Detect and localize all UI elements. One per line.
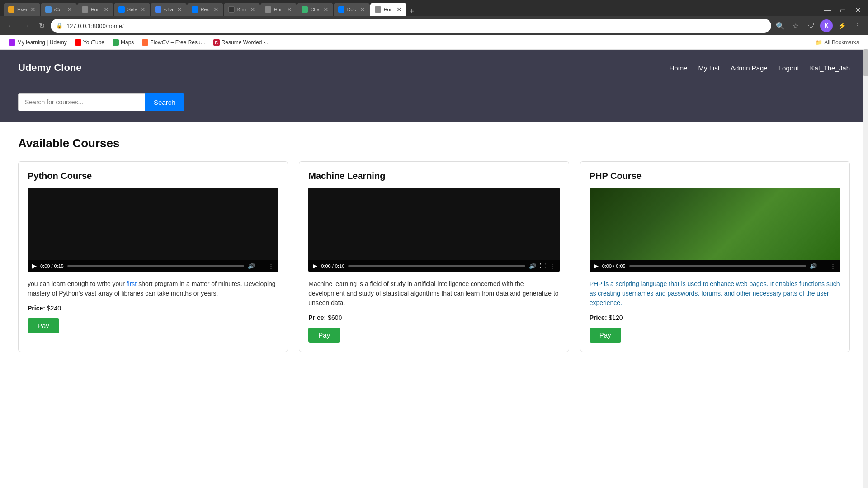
tab-7[interactable]: Kiru ✕ [224,3,260,16]
video-progress-php[interactable] [629,265,806,267]
course-desc-link-python[interactable]: first [127,280,137,287]
tab-favicon-3 [82,6,88,13]
video-controls-php[interactable]: ▶ 0:00 / 0:05 🔊 ⛶ ⋮ [590,260,840,272]
fullscreen-icon-python[interactable]: ⛶ [259,263,264,269]
tab-title-4: Sele [127,7,137,12]
options-icon-php[interactable]: ⋮ [830,263,836,269]
bookmark-favicon-flowcv [142,39,148,46]
tab-close-3[interactable]: ✕ [104,6,109,13]
tab-favicon-11 [375,6,381,13]
options-icon-python[interactable]: ⋮ [268,263,274,269]
volume-icon-php[interactable]: 🔊 [810,263,817,269]
bookmark-maps[interactable]: Maps [109,38,137,47]
forward-button[interactable]: → [20,19,33,32]
scrollbar-thumb[interactable] [863,49,868,76]
tab-9[interactable]: Cha ✕ [297,3,333,16]
tab-favicon-1 [8,6,14,13]
pay-button-ml[interactable]: Pay [308,328,340,343]
app-logo: Udemy Clone [18,62,82,74]
nav-logout[interactable]: Logout [778,64,799,72]
tab-title-6: Rec [201,7,211,12]
scrollbar-track[interactable] [863,49,868,366]
play-icon-python[interactable]: ▶ [32,263,37,269]
tab-close-7[interactable]: ✕ [250,6,255,13]
options-icon-ml[interactable]: ⋮ [549,263,555,269]
tab-4[interactable]: Sele ✕ [114,3,150,16]
search-page-icon[interactable]: 🔍 [774,19,787,32]
bookmark-resume[interactable]: R Resume Worded -... [210,38,274,47]
reload-button[interactable]: ↻ [35,19,48,32]
bookmark-flowcv[interactable]: FlowCV – Free Resu... [138,38,208,47]
course-description-python: you can learn enough to write your first… [28,279,278,298]
tab-close-8[interactable]: ✕ [287,6,292,13]
bookmark-udemy[interactable]: My learning | Udemy [5,38,71,47]
new-tab-button[interactable]: + [407,7,417,16]
video-progress-python[interactable] [67,265,244,267]
bookmark-icon[interactable]: ☆ [789,19,802,32]
back-button[interactable]: ← [5,19,17,32]
tab-3[interactable]: Hor ✕ [77,3,113,16]
bookmark-label-maps: Maps [121,39,134,46]
video-controls-python[interactable]: ▶ 0:00 / 0:15 🔊 ⛶ ⋮ [28,260,278,272]
tab-8[interactable]: Hor ✕ [260,3,297,16]
tab-5[interactable]: wha ✕ [151,3,187,16]
tab-title-7: Kiru [237,7,247,12]
tab-favicon-9 [302,6,308,13]
course-title-python: Python Course [28,171,278,181]
bookmark-favicon-resume: R [213,39,220,46]
tab-favicon-5 [155,6,161,13]
tab-10[interactable]: Doc ✕ [334,3,370,16]
fullscreen-icon-php[interactable]: ⛶ [821,263,826,269]
tab-close-2[interactable]: ✕ [67,6,72,13]
courses-grid: Python Course ▶ 0:00 / 0:15 🔊 ⛶ ⋮ you ca… [18,161,850,352]
tab-title-1: Exer [17,7,28,12]
browser-address-row: ← → ↻ 🔒 127.0.0.1:8000/home/ 🔍 ☆ 🛡 K ⚡ ⋮ [0,16,868,35]
tab-title-10: Doc [347,7,357,12]
tab-close-1[interactable]: ✕ [30,6,36,13]
extensions-icon[interactable]: ⚡ [835,19,848,32]
address-bar[interactable]: 🔒 127.0.0.1:8000/home/ [51,19,771,33]
nav-username[interactable]: Kal_The_Jah [810,64,850,72]
tab-favicon-2 [45,6,52,13]
tab-close-6[interactable]: ✕ [213,6,219,13]
volume-icon-python[interactable]: 🔊 [248,263,255,269]
search-input[interactable] [18,93,145,111]
course-card-python: Python Course ▶ 0:00 / 0:15 🔊 ⛶ ⋮ you ca… [18,161,288,352]
nav-home[interactable]: Home [669,64,687,72]
tab-close-11[interactable]: ✕ [396,6,402,13]
nav-admin-page[interactable]: Admin Page [731,64,768,72]
video-controls-ml[interactable]: ▶ 0:00 / 0:10 🔊 ⛶ ⋮ [308,260,559,272]
bookmark-label-flowcv: FlowCV – Free Resu... [150,39,205,46]
profile-icon[interactable]: K [820,19,833,32]
search-button[interactable]: Search [145,93,184,111]
bookmark-favicon-youtube [75,39,81,46]
minimize-button[interactable]: — [820,6,835,14]
close-button[interactable]: ✕ [851,6,864,14]
course-title-ml: Machine Learning [308,171,559,181]
pay-button-php[interactable]: Pay [590,328,621,343]
tab-close-10[interactable]: ✕ [360,6,365,13]
bookmark-youtube[interactable]: YouTube [71,38,108,47]
tab-2[interactable]: iCo ✕ [41,3,77,16]
tab-11[interactable]: Hor ✕ [370,3,406,16]
tab-close-4[interactable]: ✕ [140,6,146,13]
tab-close-9[interactable]: ✕ [323,6,329,13]
volume-icon-ml[interactable]: 🔊 [529,263,536,269]
menu-icon[interactable]: ⋮ [851,19,863,32]
all-bookmarks-btn[interactable]: 📁 All Bookmarks [812,38,863,47]
window-controls: — ▭ ✕ [820,6,864,16]
play-icon-php[interactable]: ▶ [594,263,599,269]
tab-6[interactable]: Rec ✕ [187,3,223,16]
video-progress-ml[interactable] [348,265,525,267]
bookmark-folder-icon: 📁 [816,39,822,46]
tab-favicon-6 [192,6,198,13]
course-video-python: ▶ 0:00 / 0:15 🔊 ⛶ ⋮ [28,188,278,272]
shield-icon[interactable]: 🛡 [805,19,817,32]
nav-my-list[interactable]: My List [698,64,720,72]
tab-1[interactable]: Exer ✕ [4,3,40,16]
fullscreen-icon-ml[interactable]: ⛶ [540,263,546,269]
pay-button-python[interactable]: Pay [28,318,59,333]
maximize-button[interactable]: ▭ [836,7,849,14]
tab-close-5[interactable]: ✕ [177,6,182,13]
play-icon-ml[interactable]: ▶ [313,263,317,269]
